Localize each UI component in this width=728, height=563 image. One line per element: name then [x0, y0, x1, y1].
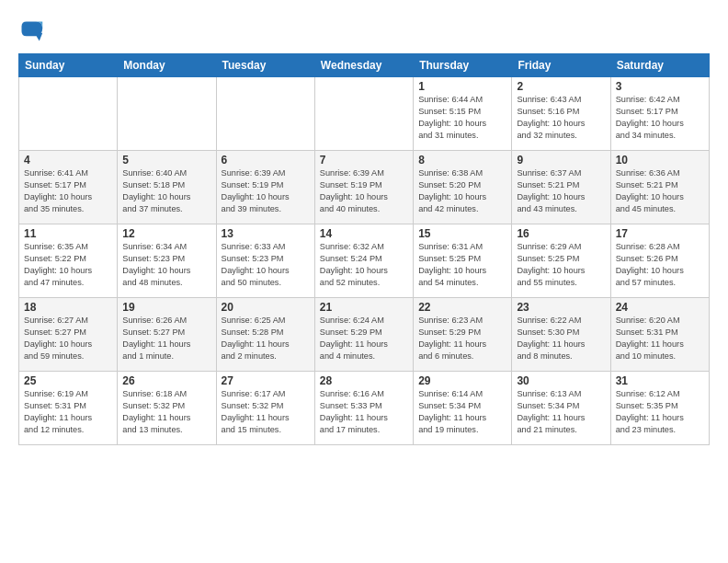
calendar-cell — [314, 77, 413, 151]
day-info: Sunrise: 6:33 AM Sunset: 5:23 PM Dayligh… — [222, 241, 310, 289]
day-number: 23 — [517, 301, 605, 314]
calendar-cell: 11Sunrise: 6:35 AM Sunset: 5:22 PM Dayli… — [19, 224, 118, 298]
day-info: Sunrise: 6:39 AM Sunset: 5:19 PM Dayligh… — [320, 167, 408, 215]
day-info: Sunrise: 6:31 AM Sunset: 5:25 PM Dayligh… — [418, 241, 506, 289]
day-info: Sunrise: 6:39 AM Sunset: 5:19 PM Dayligh… — [222, 167, 310, 215]
day-info: Sunrise: 6:19 AM Sunset: 5:31 PM Dayligh… — [24, 388, 112, 436]
calendar-cell: 17Sunrise: 6:28 AM Sunset: 5:26 PM Dayli… — [610, 224, 709, 298]
calendar-cell: 27Sunrise: 6:17 AM Sunset: 5:32 PM Dayli… — [216, 372, 314, 445]
calendar-cell: 14Sunrise: 6:32 AM Sunset: 5:24 PM Dayli… — [314, 224, 413, 298]
calendar-cell — [216, 77, 314, 151]
day-number: 9 — [517, 154, 605, 167]
weekday-header-friday: Friday — [512, 54, 610, 77]
calendar-cell: 1Sunrise: 6:44 AM Sunset: 5:15 PM Daylig… — [414, 77, 512, 151]
calendar-cell: 30Sunrise: 6:13 AM Sunset: 5:34 PM Dayli… — [512, 372, 610, 445]
calendar-cell: 3Sunrise: 6:42 AM Sunset: 5:17 PM Daylig… — [610, 77, 709, 151]
day-info: Sunrise: 6:22 AM Sunset: 5:30 PM Dayligh… — [517, 315, 605, 362]
day-info: Sunrise: 6:34 AM Sunset: 5:23 PM Dayligh… — [122, 241, 210, 289]
day-number: 1 — [418, 80, 506, 93]
day-info: Sunrise: 6:42 AM Sunset: 5:17 PM Dayligh… — [616, 94, 704, 142]
day-info: Sunrise: 6:28 AM Sunset: 5:26 PM Dayligh… — [616, 241, 704, 289]
day-number: 28 — [320, 374, 408, 387]
day-info: Sunrise: 6:29 AM Sunset: 5:25 PM Dayligh… — [517, 241, 605, 289]
calendar-cell: 26Sunrise: 6:18 AM Sunset: 5:32 PM Dayli… — [118, 372, 216, 445]
calendar-cell: 22Sunrise: 6:23 AM Sunset: 5:29 PM Dayli… — [414, 298, 512, 372]
calendar-cell: 20Sunrise: 6:25 AM Sunset: 5:28 PM Dayli… — [216, 298, 314, 372]
week-row-2: 4Sunrise: 6:41 AM Sunset: 5:17 PM Daylig… — [19, 151, 710, 224]
calendar-cell: 5Sunrise: 6:40 AM Sunset: 5:18 PM Daylig… — [118, 151, 216, 224]
day-number: 24 — [616, 301, 704, 314]
calendar-cell: 4Sunrise: 6:41 AM Sunset: 5:17 PM Daylig… — [19, 151, 118, 224]
svg-marker-1 — [35, 33, 43, 41]
calendar-cell: 19Sunrise: 6:26 AM Sunset: 5:27 PM Dayli… — [118, 298, 216, 372]
calendar-cell: 6Sunrise: 6:39 AM Sunset: 5:19 PM Daylig… — [216, 151, 314, 224]
calendar-cell: 13Sunrise: 6:33 AM Sunset: 5:23 PM Dayli… — [216, 224, 314, 298]
weekday-header-thursday: Thursday — [414, 54, 512, 77]
day-info: Sunrise: 6:35 AM Sunset: 5:22 PM Dayligh… — [24, 241, 112, 289]
page: SundayMondayTuesdayWednesdayThursdayFrid… — [0, 0, 728, 454]
day-number: 26 — [122, 374, 210, 387]
day-info: Sunrise: 6:24 AM Sunset: 5:29 PM Dayligh… — [320, 315, 408, 362]
day-number: 2 — [517, 80, 605, 93]
day-number: 25 — [24, 374, 112, 387]
calendar-cell: 15Sunrise: 6:31 AM Sunset: 5:25 PM Dayli… — [414, 224, 512, 298]
day-number: 17 — [616, 227, 704, 240]
weekday-header-wednesday: Wednesday — [314, 54, 413, 77]
calendar-cell: 16Sunrise: 6:29 AM Sunset: 5:25 PM Dayli… — [512, 224, 610, 298]
weekday-header-saturday: Saturday — [610, 54, 709, 77]
day-info: Sunrise: 6:18 AM Sunset: 5:32 PM Dayligh… — [122, 388, 210, 436]
weekday-header-tuesday: Tuesday — [216, 54, 314, 77]
day-info: Sunrise: 6:37 AM Sunset: 5:21 PM Dayligh… — [517, 167, 605, 215]
calendar-cell: 28Sunrise: 6:16 AM Sunset: 5:33 PM Dayli… — [314, 372, 413, 445]
day-number: 30 — [517, 374, 605, 387]
week-row-3: 11Sunrise: 6:35 AM Sunset: 5:22 PM Dayli… — [19, 224, 710, 298]
calendar-cell — [118, 77, 216, 151]
day-number: 4 — [24, 154, 112, 167]
day-number: 8 — [418, 154, 506, 167]
weekday-header-row: SundayMondayTuesdayWednesdayThursdayFrid… — [19, 54, 710, 77]
calendar-cell: 9Sunrise: 6:37 AM Sunset: 5:21 PM Daylig… — [512, 151, 610, 224]
day-info: Sunrise: 6:16 AM Sunset: 5:33 PM Dayligh… — [320, 388, 408, 436]
day-info: Sunrise: 6:17 AM Sunset: 5:32 PM Dayligh… — [222, 388, 310, 436]
day-number: 6 — [222, 154, 310, 167]
day-number: 31 — [616, 374, 704, 387]
calendar-cell: 29Sunrise: 6:14 AM Sunset: 5:34 PM Dayli… — [414, 372, 512, 445]
logo — [18, 18, 46, 44]
calendar-cell: 7Sunrise: 6:39 AM Sunset: 5:19 PM Daylig… — [314, 151, 413, 224]
calendar-cell: 10Sunrise: 6:36 AM Sunset: 5:21 PM Dayli… — [610, 151, 709, 224]
calendar-cell: 21Sunrise: 6:24 AM Sunset: 5:29 PM Dayli… — [314, 298, 413, 372]
weekday-header-monday: Monday — [118, 54, 216, 77]
calendar-table: SundayMondayTuesdayWednesdayThursdayFrid… — [18, 53, 710, 445]
day-number: 19 — [122, 301, 210, 314]
calendar-cell: 23Sunrise: 6:22 AM Sunset: 5:30 PM Dayli… — [512, 298, 610, 372]
calendar-cell: 8Sunrise: 6:38 AM Sunset: 5:20 PM Daylig… — [414, 151, 512, 224]
day-number: 15 — [418, 227, 506, 240]
day-number: 11 — [24, 227, 112, 240]
header — [18, 15, 710, 44]
day-number: 29 — [418, 374, 506, 387]
calendar-cell: 25Sunrise: 6:19 AM Sunset: 5:31 PM Dayli… — [19, 372, 118, 445]
day-info: Sunrise: 6:25 AM Sunset: 5:28 PM Dayligh… — [222, 315, 310, 362]
day-info: Sunrise: 6:23 AM Sunset: 5:29 PM Dayligh… — [418, 315, 506, 362]
day-number: 20 — [222, 301, 310, 314]
day-info: Sunrise: 6:40 AM Sunset: 5:18 PM Dayligh… — [122, 167, 210, 215]
calendar-cell — [19, 77, 118, 151]
day-info: Sunrise: 6:41 AM Sunset: 5:17 PM Dayligh… — [24, 167, 112, 215]
day-info: Sunrise: 6:26 AM Sunset: 5:27 PM Dayligh… — [122, 315, 210, 362]
day-info: Sunrise: 6:27 AM Sunset: 5:27 PM Dayligh… — [24, 315, 112, 362]
day-number: 16 — [517, 227, 605, 240]
day-info: Sunrise: 6:38 AM Sunset: 5:20 PM Dayligh… — [418, 167, 506, 215]
day-number: 14 — [320, 227, 408, 240]
weekday-header-sunday: Sunday — [19, 54, 118, 77]
calendar-cell: 24Sunrise: 6:20 AM Sunset: 5:31 PM Dayli… — [610, 298, 709, 372]
day-number: 13 — [222, 227, 310, 240]
day-info: Sunrise: 6:36 AM Sunset: 5:21 PM Dayligh… — [616, 167, 704, 215]
day-info: Sunrise: 6:20 AM Sunset: 5:31 PM Dayligh… — [616, 315, 704, 362]
calendar-cell: 31Sunrise: 6:12 AM Sunset: 5:35 PM Dayli… — [610, 372, 709, 445]
day-info: Sunrise: 6:43 AM Sunset: 5:16 PM Dayligh… — [517, 94, 605, 142]
day-number: 10 — [616, 154, 704, 167]
logo-icon — [18, 18, 44, 44]
day-info: Sunrise: 6:13 AM Sunset: 5:34 PM Dayligh… — [517, 388, 605, 436]
day-info: Sunrise: 6:14 AM Sunset: 5:34 PM Dayligh… — [418, 388, 506, 436]
day-info: Sunrise: 6:44 AM Sunset: 5:15 PM Dayligh… — [418, 94, 506, 142]
